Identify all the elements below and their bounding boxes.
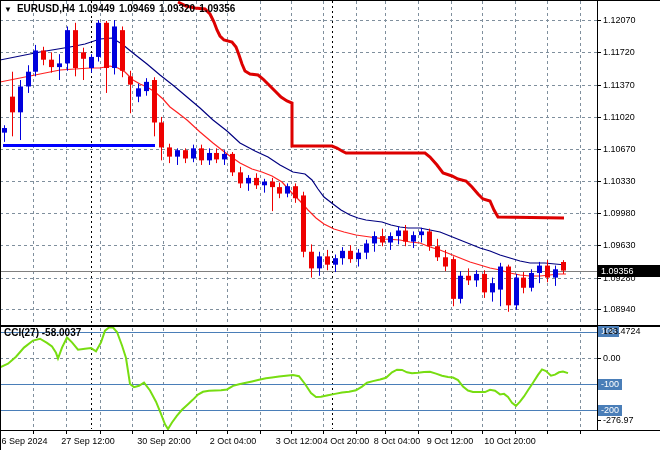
time-axis-label: 4 Oct 20:00 (323, 436, 370, 446)
time-axis-label: 3 Oct 12:00 (276, 436, 323, 446)
indicator-level-badge: -100 (598, 379, 622, 390)
price-axis-label: 1.11020 (603, 112, 635, 122)
ohlc-close: 1.09356 (199, 3, 235, 14)
price-axis-label: 1.12070 (603, 15, 636, 25)
indicator-axis-label: -276.97 (603, 415, 634, 425)
price-axis-label: 1.09630 (603, 240, 636, 250)
ohlc-low: 1.09320 (159, 3, 195, 14)
price-axis-label: 1.11370 (603, 80, 635, 90)
time-axis-label: 27 Sep 12:00 (61, 436, 115, 446)
time-axis-label: 30 Sep 20:00 (137, 436, 191, 446)
indicator-axis-label: 123.4724 (603, 326, 641, 336)
time-axis-label: 2 Oct 04:00 (210, 436, 257, 446)
indicator-label: CCI(27) -58.0037 (4, 327, 81, 338)
time-axis-label: 8 Oct 04:00 (374, 436, 421, 446)
price-axis-label: 1.08940 (603, 304, 636, 314)
chart-canvas[interactable] (0, 0, 660, 450)
ohlc-high: 1.09469 (119, 3, 155, 14)
time-axis-label: 9 Oct 12:00 (427, 436, 474, 446)
price-axis-label: 1.10330 (603, 176, 636, 186)
time-axis-label: 26 Sep 2024 (0, 436, 48, 446)
ohlc-open: 1.09449 (79, 3, 115, 14)
chart-window: ▼EURUSD,H41.094491.094691.093201.09356 C… (0, 0, 660, 450)
price-axis-label: 1.10670 (603, 144, 636, 154)
bid-price-badge: 1.09356 (598, 265, 660, 277)
indicator-axis-label: 0.00 (603, 353, 621, 363)
time-axis-label: 10 Oct 20:00 (484, 436, 536, 446)
symbol-period-label: EURUSD,H4 (17, 3, 75, 14)
chart-title: ▼EURUSD,H41.094491.094691.093201.09356 (4, 3, 239, 14)
price-axis-label: 1.11720 (603, 47, 635, 57)
symbol-dropdown-icon[interactable]: ▼ (4, 5, 12, 14)
price-axis-label: 1.09980 (603, 208, 636, 218)
